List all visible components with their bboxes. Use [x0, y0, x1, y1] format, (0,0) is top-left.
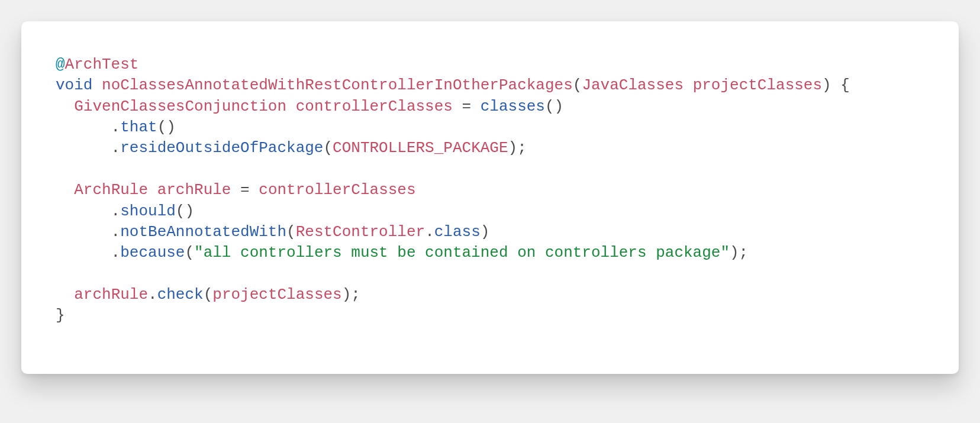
type-archrule: ArchRule: [74, 181, 148, 199]
type-restcontroller: RestController: [296, 223, 425, 241]
close-brace: }: [56, 306, 65, 324]
string-reason: "all controllers must be contained on co…: [194, 244, 730, 261]
l-paren: (: [573, 76, 582, 94]
func-name: noClassesAnnotatedWithRestControllerInOt…: [102, 76, 573, 94]
r-paren: ): [481, 223, 490, 241]
dot: .: [425, 223, 434, 241]
paren: (): [176, 202, 194, 220]
r-paren-brace: ) {: [822, 76, 850, 94]
annotation-name: ArchTest: [65, 56, 139, 73]
l-paren: (: [185, 244, 194, 261]
call-check: check: [157, 286, 204, 303]
r-paren-semi: );: [730, 244, 748, 261]
paren: (): [157, 118, 176, 136]
call-not-be-annotated: notBeAnnotatedWith: [120, 223, 286, 241]
indent-dot: .: [56, 202, 120, 220]
type-gcc: GivenClassesConjunction: [74, 98, 286, 115]
annotation-at: @: [56, 56, 65, 73]
dot: .: [148, 286, 157, 303]
r-paren-semi: );: [508, 139, 527, 157]
var-project-classes: projectClasses: [212, 286, 341, 303]
page-root: @ArchTest void noClassesAnnotatedWithRes…: [0, 0, 980, 423]
var-controller-classes: controllerClasses: [296, 98, 453, 115]
r-paren-semi: );: [342, 286, 360, 303]
call-that: that: [120, 118, 157, 136]
l-paren: (: [286, 223, 296, 241]
var-archrule: archRule: [74, 286, 148, 303]
eq: =: [453, 98, 481, 115]
indent-dot: .: [56, 244, 120, 261]
indent-dot: .: [56, 223, 120, 241]
l-paren: (: [204, 286, 213, 303]
call-classes: classes: [481, 98, 545, 115]
paren: (): [545, 98, 563, 115]
call-should: should: [120, 202, 176, 220]
keyword-class: class: [434, 223, 481, 241]
eq: =: [231, 181, 259, 199]
keyword-void: void: [56, 76, 92, 94]
call-reside-outside: resideOutsideOfPackage: [120, 139, 323, 157]
indent-dot: .: [56, 118, 120, 136]
const-controllers-package: CONTROLLERS_PACKAGE: [333, 139, 508, 157]
code-card: @ArchTest void noClassesAnnotatedWithRes…: [21, 21, 959, 374]
code-block: @ArchTest void noClassesAnnotatedWithRes…: [56, 54, 924, 327]
param-name: projectClasses: [693, 76, 822, 94]
call-because: because: [120, 244, 185, 261]
l-paren: (: [323, 139, 333, 157]
param-type: JavaClasses: [582, 76, 684, 94]
indent: [56, 98, 74, 115]
indent-dot: .: [56, 139, 120, 157]
indent: [56, 286, 74, 303]
var-controller-classes: controllerClasses: [259, 181, 415, 199]
indent: [56, 181, 74, 199]
var-archrule: archRule: [157, 181, 231, 199]
